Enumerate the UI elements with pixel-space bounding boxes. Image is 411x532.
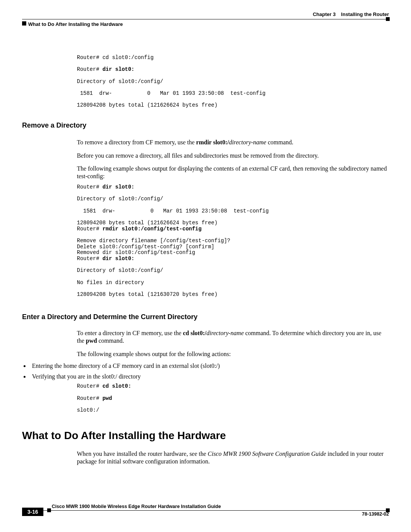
list-item: Verifying that you are in the slot0:/ di… <box>30 372 389 381</box>
code-line-bold: dir slot0: <box>102 256 134 262</box>
body-text: The following example shows output for d… <box>77 165 389 181</box>
code-line: Directory of slot0:/config/ <box>77 196 163 202</box>
body-text: The following example shows output for t… <box>77 350 389 358</box>
code-line: Router# <box>77 184 102 190</box>
code-line-bold: pwd <box>102 395 112 401</box>
heading-after-hardware: What to Do After Installing the Hardware <box>22 430 389 442</box>
text-span: To remove a directory from CF memory, us… <box>77 139 196 145</box>
code-line: 1581 drw- 0 Mar 01 1993 23:50:08 test-co… <box>77 208 269 214</box>
page: Chapter 3 Installing the Router What to … <box>0 0 411 532</box>
text-span: command. <box>97 337 124 344</box>
code-line-bold: cd slot0: <box>102 383 131 389</box>
command-bold: pwd <box>86 337 97 344</box>
code-line: Directory of slot0:/config/ <box>77 267 163 273</box>
command-bold: rmdir slot0:/ <box>196 139 229 145</box>
code-block-2: Router# dir slot0: Directory of slot0:/c… <box>77 184 389 298</box>
list-item: Entering the home directory of a CF memo… <box>30 362 389 370</box>
code-line: Remove directory filename [/config/test-… <box>77 238 230 244</box>
header-chapter: Chapter 3 Installing the Router <box>313 11 389 17</box>
footer-doc-number: 78-13982-02 <box>362 511 389 517</box>
text-span: When you have installed the router hardw… <box>77 451 208 457</box>
footer-rule <box>22 510 389 511</box>
code-line: 128094208 bytes total (121630720 bytes f… <box>77 291 218 297</box>
body-text: To remove a directory from CF memory, us… <box>77 139 389 146</box>
code-line: Router# cd slot0:/config <box>77 54 154 61</box>
code-line: 128094208 bytes total (121626624 bytes f… <box>77 102 218 108</box>
code-line-bold: dir slot0: <box>102 66 134 72</box>
code-line-bold: rmdir slot0:/config/test-config <box>102 226 201 232</box>
code-block-1: Router# cd slot0:/config Router# dir slo… <box>77 55 389 109</box>
header-rule <box>22 19 389 19</box>
code-line: slot0:/ <box>77 407 99 413</box>
code-line: Directory of slot0:/config/ <box>77 78 163 85</box>
body-text: When you have installed the router hardw… <box>77 450 389 466</box>
command-arg-italic: directory-name <box>229 139 266 145</box>
code-line: Removed dir slot0:/config/test-config <box>77 249 195 256</box>
doc-title-italic: Cisco MWR 1900 Software Configuration Gu… <box>208 451 326 457</box>
code-line: Router# <box>77 256 102 262</box>
heading-enter-directory: Enter a Directory and Determine the Curr… <box>22 313 389 321</box>
page-header: Chapter 3 Installing the Router What to … <box>22 11 389 25</box>
code-line: 128094208 bytes total (121626624 bytes f… <box>77 220 218 226</box>
page-footer: Cisco MWR 1900 Mobile Wireless Edge Rout… <box>22 504 389 521</box>
code-line: Router# <box>77 395 102 401</box>
code-line-bold: dir slot0: <box>102 184 134 190</box>
chapter-title: Installing the Router <box>341 11 389 17</box>
heading-remove-directory: Remove a Directory <box>22 121 389 129</box>
header-bullet-icon <box>22 21 26 26</box>
code-line: 1581 drw- 0 Mar 01 1993 23:50:08 test-co… <box>77 90 266 96</box>
body-text: Before you can remove a directory, all f… <box>77 152 389 160</box>
bullet-list: Entering the home directory of a CF memo… <box>30 362 389 380</box>
code-line: Router# <box>77 226 102 232</box>
code-line: No files in directory <box>77 280 144 286</box>
footer-rule-box-icon <box>47 508 51 512</box>
text-span: To enter a directory in CF memory, use t… <box>77 330 183 336</box>
header-rule-endcap-icon <box>386 17 390 21</box>
code-line: Router# <box>77 66 102 72</box>
footer-guide-title: Cisco MWR 1900 Mobile Wireless Edge Rout… <box>52 504 221 509</box>
text-span: command. <box>266 139 293 145</box>
footer-page-number: 3-16 <box>22 508 43 516</box>
chapter-label: Chapter 3 <box>313 11 336 17</box>
body-text: To enter a directory in CF memory, use t… <box>77 329 389 345</box>
code-block-3: Router# cd slot0: Router# pwd slot0:/ <box>77 383 389 413</box>
command-arg-italic: directory-name <box>206 330 244 336</box>
code-line: Router# <box>77 383 102 389</box>
header-section-crumb: What to Do After Installing the Hardware <box>28 21 123 27</box>
command-bold: cd slot0:/ <box>183 330 207 336</box>
code-line: Delete slot0:/config/test-config? [confi… <box>77 244 214 250</box>
